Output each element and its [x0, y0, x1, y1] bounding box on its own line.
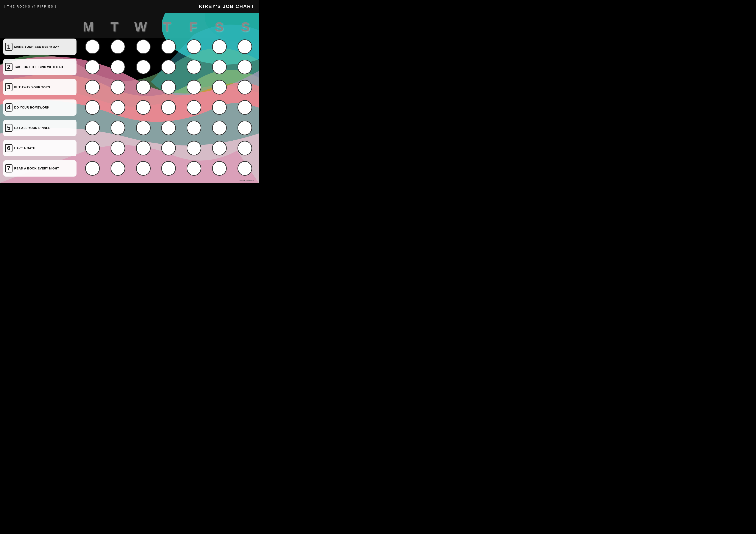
circle-job3-day1[interactable] [85, 80, 100, 94]
job-text-1: MAKE YOUR BED EVERYDAY [14, 45, 59, 49]
footer: www.tomfo.com [239, 179, 254, 182]
circle-job5-day5[interactable] [187, 120, 201, 135]
circle-job4-day4[interactable] [161, 100, 176, 115]
circle-job2-day3[interactable] [136, 60, 150, 74]
day-label-3: T [154, 19, 180, 35]
day-label-2: W [128, 19, 154, 35]
job-text-7: READ A BOOK EVERY NIGHT [14, 166, 59, 170]
day-label-6: S [232, 19, 258, 35]
circle-job1-day1[interactable] [85, 39, 100, 54]
circle-job2-day7[interactable] [237, 60, 252, 74]
job-row-6: 6HAVE A BATH [0, 138, 258, 158]
circle-job5-day2[interactable] [111, 120, 125, 135]
chart-title: KIRBY'S JOB CHART [199, 4, 254, 9]
circle-job2-day5[interactable] [187, 60, 201, 74]
circles-row-6 [79, 141, 258, 156]
circle-job1-day4[interactable] [161, 39, 176, 54]
circles-row-4 [79, 100, 258, 115]
job-label-7: 7READ A BOOK EVERY NIGHT [3, 160, 76, 177]
job-number-1: 1 [5, 43, 13, 51]
day-label-5: S [206, 19, 232, 35]
page: | THE ROCKS @ PIPPIES | KIRBY'S JOB CHAR… [0, 0, 258, 183]
circle-job3-day2[interactable] [111, 80, 125, 94]
circle-job6-day5[interactable] [187, 141, 201, 156]
circle-job7-day1[interactable] [85, 161, 100, 176]
circle-job1-day5[interactable] [187, 39, 201, 54]
circle-job4-day1[interactable] [85, 100, 100, 115]
job-label-5: 5EAT ALL YOUR DINNER [3, 120, 76, 136]
circle-job6-day6[interactable] [212, 141, 227, 156]
circle-job1-day6[interactable] [212, 39, 227, 54]
job-label-1: 1MAKE YOUR BED EVERYDAY [3, 38, 76, 55]
job-row-7: 7READ A BOOK EVERY NIGHT [0, 158, 258, 179]
job-label-2: 2TAKE OUT THE BINS WITH DAD [3, 59, 76, 75]
circle-job5-day7[interactable] [237, 120, 252, 135]
circle-job7-day2[interactable] [111, 161, 125, 176]
circle-job5-day6[interactable] [212, 120, 227, 135]
circle-job5-day1[interactable] [85, 120, 100, 135]
circles-row-3 [79, 80, 258, 94]
circle-job6-day7[interactable] [237, 141, 252, 156]
circle-job2-day6[interactable] [212, 60, 227, 74]
job-row-1: 1MAKE YOUR BED EVERYDAY [0, 37, 258, 57]
job-row-4: 4DO YOUR HOMEWORK [0, 97, 258, 117]
circle-job4-day5[interactable] [187, 100, 201, 115]
circle-job6-day3[interactable] [136, 141, 150, 156]
job-text-4: DO YOUR HOMEWORK [14, 106, 49, 109]
job-label-4: 4DO YOUR HOMEWORK [3, 99, 76, 116]
day-label-4: F [180, 19, 206, 35]
circle-job3-day4[interactable] [161, 80, 176, 94]
job-text-2: TAKE OUT THE BINS WITH DAD [14, 65, 63, 69]
day-label-1: T [101, 19, 127, 35]
circle-job7-day3[interactable] [136, 161, 150, 176]
job-number-4: 4 [5, 103, 13, 112]
circle-job7-day7[interactable] [237, 161, 252, 176]
circle-job4-day3[interactable] [136, 100, 150, 115]
circle-job5-day3[interactable] [136, 120, 150, 135]
circle-job7-day5[interactable] [187, 161, 201, 176]
circle-job2-day4[interactable] [161, 60, 176, 74]
job-text-3: PUT AWAY YOUR TOYS [14, 85, 50, 89]
job-number-2: 2 [5, 63, 13, 71]
job-number-5: 5 [5, 124, 13, 132]
days-row: MTWTFSS [75, 13, 258, 37]
circle-job2-day1[interactable] [85, 60, 100, 74]
job-row-5: 5EAT ALL YOUR DINNER [0, 118, 258, 138]
circle-job6-day2[interactable] [111, 141, 125, 156]
job-row-3: 3PUT AWAY YOUR TOYS [0, 77, 258, 97]
circle-job1-day7[interactable] [237, 39, 252, 54]
circle-job7-day6[interactable] [212, 161, 227, 176]
circle-job3-day6[interactable] [212, 80, 227, 94]
circle-job6-day4[interactable] [161, 141, 176, 156]
circles-row-2 [79, 60, 258, 74]
circle-job2-day2[interactable] [111, 60, 125, 74]
footer-url: www.tomfo.com [239, 179, 254, 182]
job-row-2: 2TAKE OUT THE BINS WITH DAD [0, 57, 258, 77]
day-label-0: M [75, 19, 101, 35]
circle-job3-day7[interactable] [237, 80, 252, 94]
job-number-3: 3 [5, 83, 13, 91]
job-text-6: HAVE A BATH [14, 146, 35, 150]
circles-row-5 [79, 120, 258, 135]
main-content: 1MAKE YOUR BED EVERYDAY2TAKE OUT THE BIN… [0, 13, 258, 183]
circles-row-1 [79, 39, 258, 54]
circle-job1-day3[interactable] [136, 39, 150, 54]
circle-job6-day1[interactable] [85, 141, 100, 156]
circle-job4-day2[interactable] [111, 100, 125, 115]
job-label-6: 6HAVE A BATH [3, 140, 76, 156]
job-label-3: 3PUT AWAY YOUR TOYS [3, 79, 76, 95]
circles-row-7 [79, 161, 258, 176]
circle-job1-day2[interactable] [111, 39, 125, 54]
job-number-7: 7 [5, 164, 13, 172]
circle-job3-day3[interactable] [136, 80, 150, 94]
jobs-area: 1MAKE YOUR BED EVERYDAY2TAKE OUT THE BIN… [0, 37, 258, 179]
header-bar: | THE ROCKS @ PIPPIES | KIRBY'S JOB CHAR… [0, 0, 258, 13]
circle-job7-day4[interactable] [161, 161, 176, 176]
brand-label: | THE ROCKS @ PIPPIES | [4, 5, 56, 8]
circle-job4-day6[interactable] [212, 100, 227, 115]
circle-job4-day7[interactable] [237, 100, 252, 115]
circle-job5-day4[interactable] [161, 120, 176, 135]
job-number-6: 6 [5, 144, 13, 152]
circle-job3-day5[interactable] [187, 80, 201, 94]
job-text-5: EAT ALL YOUR DINNER [14, 126, 50, 130]
